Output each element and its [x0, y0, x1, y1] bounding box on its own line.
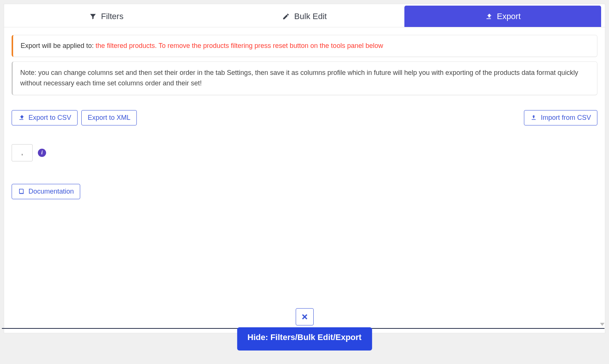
note-text: Note: you can change columns set and the…: [20, 69, 578, 87]
alert-prefix: Export will be applied to:: [21, 42, 96, 49]
delimiter-row: i: [12, 144, 597, 161]
tab-label: Filters: [101, 12, 124, 21]
export-xml-button[interactable]: Export to XML: [81, 110, 137, 125]
export-buttons-row: Export to CSV Export to XML Import from …: [12, 110, 597, 125]
close-panel-button[interactable]: [296, 308, 314, 325]
export-icon: [485, 13, 492, 20]
tab-filters[interactable]: Filters: [8, 6, 205, 27]
tab-label: Export: [497, 12, 521, 21]
export-scope-alert: Export will be applied to: the filtered …: [12, 35, 597, 57]
book-icon: [18, 188, 25, 195]
export-panel: Filters Bulk Edit Export Export will be …: [4, 4, 605, 333]
close-icon: [301, 313, 308, 321]
tab-bar: Filters Bulk Edit Export: [4, 4, 605, 27]
delimiter-input[interactable]: [12, 144, 33, 161]
alert-warning-text: the filtered products. To remove the pro…: [96, 42, 383, 49]
tab-export[interactable]: Export: [404, 6, 601, 27]
scroll-down-indicator: [600, 323, 605, 326]
upload-icon: [530, 114, 537, 121]
columns-note: Note: you can change columns set and the…: [12, 61, 597, 95]
export-content: Export will be applied to: the filtered …: [4, 27, 605, 207]
pencil-icon: [282, 13, 290, 20]
tab-label: Bulk Edit: [294, 12, 327, 21]
info-icon[interactable]: i: [38, 149, 46, 157]
hide-label: Hide: Filters/Bulk Edit/Export: [247, 333, 361, 342]
button-label: Documentation: [28, 188, 74, 195]
hide-panel-button[interactable]: Hide: Filters/Bulk Edit/Export: [237, 327, 372, 351]
tab-bulk-edit[interactable]: Bulk Edit: [206, 6, 403, 27]
documentation-button[interactable]: Documentation: [12, 184, 80, 199]
button-label: Export to CSV: [28, 114, 71, 122]
filter-icon: [89, 13, 97, 20]
import-csv-button[interactable]: Import from CSV: [524, 110, 597, 125]
button-label: Import from CSV: [541, 114, 591, 122]
export-csv-button[interactable]: Export to CSV: [12, 110, 78, 125]
export-icon: [18, 114, 25, 121]
button-label: Export to XML: [88, 114, 130, 122]
